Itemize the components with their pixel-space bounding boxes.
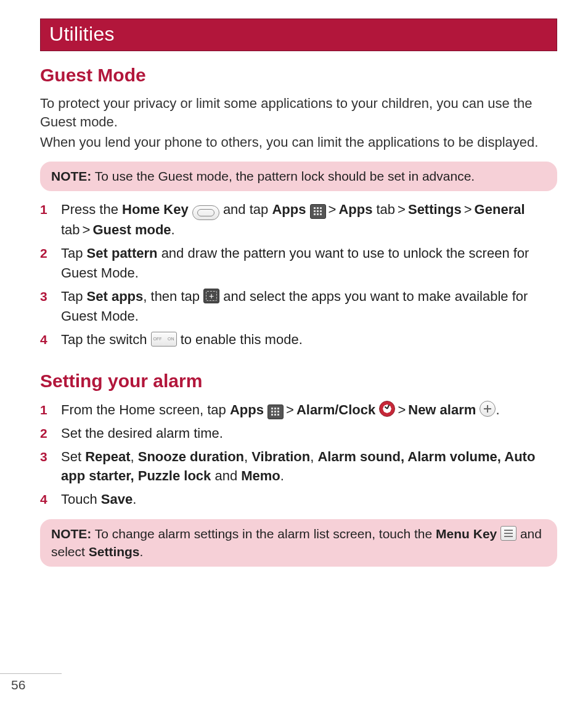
text: From the Home screen, tap bbox=[61, 402, 230, 417]
settings-label: Settings bbox=[89, 544, 140, 559]
alarm-clock-icon bbox=[379, 401, 395, 417]
text: , bbox=[131, 449, 138, 464]
text: and bbox=[211, 468, 241, 483]
manual-page: Utilities Guest Mode To protect your pri… bbox=[0, 0, 588, 706]
new-alarm-label: New alarm bbox=[408, 402, 476, 417]
home-key-label: Home Key bbox=[122, 202, 189, 217]
svg-rect-16 bbox=[274, 414, 276, 416]
text: Press the bbox=[61, 202, 122, 217]
separator: > bbox=[395, 402, 408, 417]
steps-guest-mode: 1 Press the Home Key and tap Apps >Apps … bbox=[40, 200, 557, 349]
note-alarm: NOTE: To change alarm settings in the al… bbox=[40, 519, 557, 567]
step-4: 4 Tap the switch to enable this mode. bbox=[40, 330, 557, 350]
step-3: 3 Set Repeat, Snooze duration, Vibration… bbox=[40, 447, 557, 486]
text: , bbox=[244, 449, 251, 464]
text: . bbox=[496, 402, 499, 417]
note-guest-mode: NOTE: To use the Guest mode, the pattern… bbox=[40, 162, 557, 191]
svg-rect-2 bbox=[320, 207, 322, 209]
menu-key-label: Menu Key bbox=[436, 527, 497, 541]
new-alarm-plus-icon bbox=[480, 401, 496, 417]
step-4: 4 Touch Save. bbox=[40, 490, 557, 509]
svg-rect-8 bbox=[320, 213, 322, 215]
repeat-label: Repeat bbox=[85, 449, 130, 464]
text: , bbox=[310, 449, 317, 464]
text: Tap bbox=[61, 289, 87, 304]
svg-rect-13 bbox=[274, 411, 276, 413]
step-number: 2 bbox=[40, 424, 61, 443]
note-label: NOTE: bbox=[51, 527, 91, 541]
text: tab bbox=[61, 222, 80, 237]
svg-rect-12 bbox=[271, 411, 273, 413]
general-label: General bbox=[475, 202, 525, 217]
text: . bbox=[133, 491, 136, 507]
page-number: 56 bbox=[0, 673, 62, 692]
svg-rect-5 bbox=[320, 210, 322, 212]
step-number: 4 bbox=[40, 490, 61, 509]
menu-key-icon bbox=[500, 526, 517, 541]
steps-alarm: 1 From the Home screen, tap Apps >Alarm/… bbox=[40, 400, 557, 509]
svg-rect-17 bbox=[277, 414, 279, 416]
separator: > bbox=[395, 202, 408, 217]
text: Touch bbox=[61, 491, 101, 507]
step-1: 1 Press the Home Key and tap Apps >Apps … bbox=[40, 200, 557, 240]
step-3: 3 Tap Set apps, then tap and select the … bbox=[40, 287, 557, 326]
note-text: To use the Guest mode, the pattern lock … bbox=[91, 169, 475, 183]
text: tab bbox=[372, 202, 395, 217]
note-label: NOTE: bbox=[51, 169, 91, 183]
home-key-icon bbox=[192, 205, 219, 220]
section-guest-mode-heading: Guest Mode bbox=[40, 65, 557, 86]
step-2: 2 Set the desired alarm time. bbox=[40, 424, 557, 443]
save-label: Save bbox=[101, 491, 133, 507]
set-apps-label: Set apps bbox=[87, 289, 144, 304]
step-number: 1 bbox=[40, 400, 61, 419]
guest-mode-paragraph-1: To protect your privacy or limit some ap… bbox=[40, 94, 557, 131]
text: , then tap bbox=[143, 289, 203, 304]
svg-rect-11 bbox=[277, 408, 279, 409]
svg-rect-15 bbox=[271, 414, 273, 416]
text: Set bbox=[61, 449, 85, 464]
toggle-switch-icon bbox=[151, 332, 177, 347]
apps-icon bbox=[310, 204, 326, 219]
chapter-banner: Utilities bbox=[40, 18, 557, 51]
svg-rect-1 bbox=[317, 207, 319, 209]
separator: > bbox=[284, 402, 296, 417]
svg-rect-0 bbox=[314, 207, 316, 209]
vibration-label: Vibration bbox=[251, 449, 310, 464]
text: . bbox=[171, 222, 175, 237]
note-text: To change alarm settings in the alarm li… bbox=[91, 527, 436, 541]
separator: > bbox=[80, 222, 93, 237]
step-number: 3 bbox=[40, 447, 61, 466]
text: Tap the switch bbox=[61, 332, 151, 347]
text: . bbox=[280, 468, 284, 483]
add-app-icon bbox=[203, 289, 219, 303]
svg-rect-14 bbox=[277, 411, 279, 413]
step-number: 3 bbox=[40, 287, 61, 306]
text: Tap bbox=[61, 245, 87, 261]
svg-rect-6 bbox=[314, 213, 316, 215]
text: Set the desired alarm time. bbox=[61, 425, 223, 441]
apps-tab-label: Apps bbox=[338, 202, 372, 217]
svg-rect-4 bbox=[317, 210, 319, 212]
step-number: 2 bbox=[40, 244, 61, 263]
set-pattern-label: Set pattern bbox=[87, 245, 158, 261]
guest-mode-paragraph-2: When you lend your phone to others, you … bbox=[40, 133, 557, 152]
step-number: 4 bbox=[40, 330, 61, 349]
apps-icon bbox=[267, 404, 284, 419]
step-1: 1 From the Home screen, tap Apps >Alarm/… bbox=[40, 400, 557, 420]
separator: > bbox=[326, 202, 339, 217]
svg-rect-10 bbox=[274, 408, 276, 409]
section-alarm-heading: Setting your alarm bbox=[40, 371, 557, 392]
step-number: 1 bbox=[40, 200, 61, 219]
memo-label: Memo bbox=[241, 468, 280, 483]
svg-rect-3 bbox=[314, 210, 316, 212]
svg-rect-7 bbox=[317, 213, 319, 215]
snooze-label: Snooze duration bbox=[138, 449, 244, 464]
settings-label: Settings bbox=[408, 202, 462, 217]
alarm-clock-label: Alarm/Clock bbox=[296, 402, 375, 417]
guest-mode-label: Guest mode bbox=[92, 222, 171, 237]
text: and tap bbox=[219, 202, 272, 217]
separator: > bbox=[462, 202, 475, 217]
text: to enable this mode. bbox=[177, 332, 303, 347]
note-text: . bbox=[140, 544, 144, 559]
svg-rect-9 bbox=[271, 408, 273, 409]
